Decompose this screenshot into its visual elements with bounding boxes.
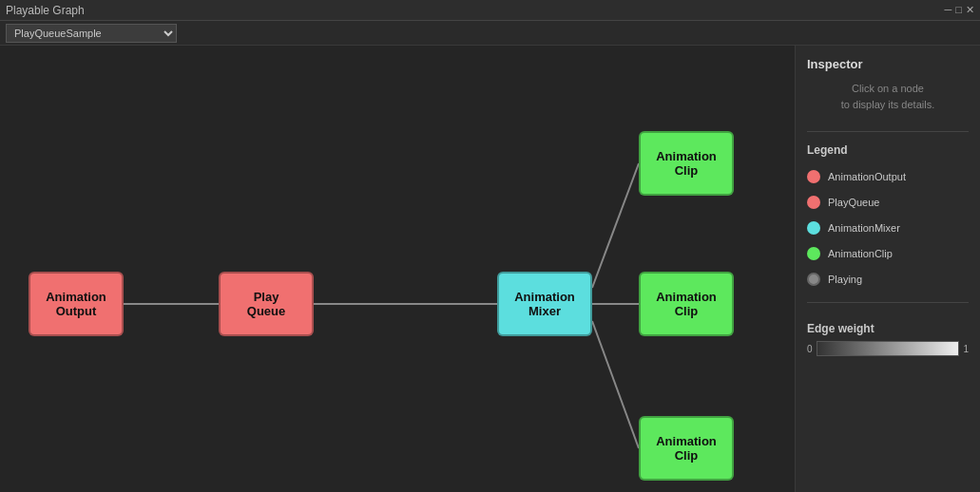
legend-dot-animation-output [807, 170, 820, 183]
title-bar: Playable Graph ─ □ ✕ [0, 0, 980, 21]
legend-item-animation-clip: AnimationClip [807, 247, 969, 260]
legend-item-play-queue: PlayQueue [807, 196, 969, 209]
main-area: AnimationOutput PlayQueue AnimationMixer… [0, 46, 980, 492]
node-animation-clip-bot[interactable]: AnimationClip [639, 416, 734, 481]
legend-dot-playing [807, 273, 820, 286]
edge-weight-max: 1 [963, 344, 969, 354]
node-play-queue[interactable]: PlayQueue [219, 272, 314, 336]
legend-item-playing: Playing [807, 273, 969, 286]
edge-weight-min: 0 [807, 344, 813, 354]
legend-dot-play-queue [807, 196, 820, 209]
legend-label-play-queue: PlayQueue [828, 197, 879, 208]
inspector-title: Inspector [807, 57, 969, 71]
toolbar: PlayQueueSample [0, 21, 980, 46]
window-title: Playable Graph [6, 4, 85, 17]
node-animation-mixer-label: AnimationMixer [514, 290, 575, 318]
legend-label-playing: Playing [828, 274, 862, 285]
node-animation-clip-top-label: AnimationClip [656, 149, 717, 178]
divider-2 [807, 302, 969, 303]
legend-label-animation-output: AnimationOutput [828, 171, 906, 182]
svg-line-2 [592, 163, 639, 288]
node-animation-clip-mid-label: AnimationClip [656, 290, 717, 318]
node-play-queue-label: PlayQueue [247, 290, 285, 318]
node-animation-clip-top[interactable]: AnimationClip [639, 131, 734, 196]
legend-title: Legend [807, 143, 969, 157]
close-button[interactable]: ✕ [966, 4, 974, 16]
node-animation-output-label: AnimationOutput [46, 290, 106, 318]
svg-line-4 [592, 321, 639, 448]
legend-label-animation-clip: AnimationClip [828, 248, 893, 259]
node-animation-output[interactable]: AnimationOutput [29, 272, 124, 336]
edge-weight-bar [817, 341, 960, 356]
node-animation-clip-mid[interactable]: AnimationClip [639, 272, 734, 336]
node-animation-mixer[interactable]: AnimationMixer [497, 272, 592, 336]
minimize-button[interactable]: ─ [945, 4, 952, 16]
legend-dot-animation-mixer [807, 221, 820, 235]
window-controls[interactable]: ─ □ ✕ [945, 4, 974, 16]
edge-weight-section: Edge weight 0 1 [807, 322, 969, 356]
legend-label-animation-mixer: AnimationMixer [828, 222, 900, 234]
maximize-button[interactable]: □ [955, 4, 962, 16]
inspector-hint: Click on a node to display its details. [807, 81, 969, 112]
legend-item-animation-mixer: AnimationMixer [807, 221, 969, 235]
edge-weight-bar-row: 0 1 [807, 341, 969, 356]
sidebar: Inspector Click on a node to display its… [795, 46, 980, 492]
divider-1 [807, 131, 969, 132]
graph-area[interactable]: AnimationOutput PlayQueue AnimationMixer… [0, 46, 795, 492]
node-animation-clip-bot-label: AnimationClip [656, 434, 717, 463]
legend-item-animation-output: AnimationOutput [807, 170, 969, 183]
edge-weight-title: Edge weight [807, 322, 969, 335]
legend-dot-animation-clip [807, 247, 820, 260]
graph-selector[interactable]: PlayQueueSample [6, 24, 177, 43]
